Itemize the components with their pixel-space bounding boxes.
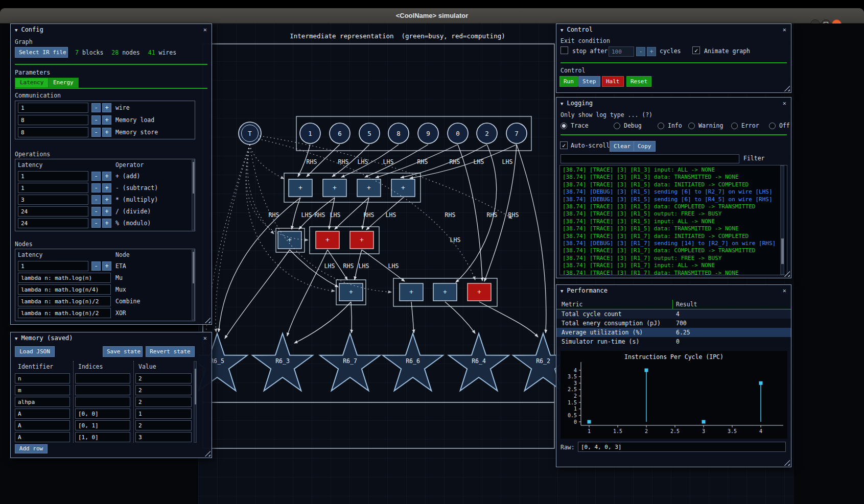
combine-lambda-input[interactable] — [18, 296, 111, 306]
increment-button[interactable]: + — [102, 103, 111, 112]
scrollbar[interactable] — [192, 160, 195, 230]
xor-lambda-input[interactable] — [18, 308, 111, 318]
radio-error[interactable] — [731, 123, 738, 129]
copy-button[interactable]: Copy — [634, 141, 656, 152]
tab-energy[interactable]: Energy — [48, 78, 79, 88]
memory-value-input[interactable] — [135, 432, 192, 442]
memory-id-input[interactable] — [15, 432, 70, 442]
op-divide-latency-input[interactable] — [18, 206, 88, 217]
collapse-icon[interactable]: ▼ — [15, 336, 17, 341]
increment-button[interactable]: + — [102, 115, 111, 125]
log-output[interactable]: [38.74] [TRACE] [3] [R1_3] input: ALL ->… — [559, 165, 787, 275]
memory-load-input[interactable] — [18, 115, 88, 125]
increment-button[interactable]: + — [102, 172, 111, 181]
memory-id-input[interactable] — [15, 373, 70, 383]
autoscroll-checkbox[interactable]: ✓ — [560, 141, 568, 149]
close-icon[interactable]: ✕ — [203, 24, 207, 35]
performance-panel-header[interactable]: ▼Performance ✕ — [556, 285, 791, 296]
op-multiply-latency-input[interactable] — [18, 195, 88, 205]
decrement-button[interactable]: - — [91, 261, 101, 271]
radio-off-label[interactable]: Off — [779, 121, 790, 131]
memory-value-input[interactable] — [135, 420, 192, 430]
mux-lambda-input[interactable] — [18, 284, 111, 295]
decrement-button[interactable]: - — [91, 219, 101, 228]
scrollbar[interactable] — [192, 250, 195, 320]
memory-indices-input[interactable] — [75, 432, 130, 442]
memory-value-input[interactable] — [135, 385, 192, 395]
increment-button[interactable]: + — [102, 219, 111, 228]
memory-indices-input[interactable] — [75, 409, 130, 419]
close-icon[interactable]: ✕ — [783, 285, 786, 296]
radio-warning-label[interactable]: Warning — [698, 121, 723, 131]
increment-button[interactable]: + — [102, 128, 111, 137]
op-add-latency-input[interactable] — [18, 171, 88, 181]
decrement-button[interactable]: - — [91, 115, 101, 125]
increment-button[interactable]: + — [102, 261, 111, 271]
tab-latency[interactable]: Latency — [15, 78, 49, 88]
memory-indices-input[interactable] — [75, 397, 130, 407]
increment-button[interactable]: + — [102, 195, 111, 204]
control-panel-header[interactable]: ▼Control ✕ — [556, 24, 791, 35]
revert-state-button[interactable]: Revert state — [146, 346, 195, 357]
memory-panel-header[interactable]: ▼Memory (saved) ✕ — [11, 332, 212, 344]
decrement-button[interactable]: - — [91, 172, 101, 181]
memory-id-input[interactable] — [15, 420, 70, 430]
memory-indices-input[interactable] — [75, 385, 130, 395]
add-row-button[interactable]: Add row — [15, 444, 48, 453]
memory-value-input[interactable] — [135, 409, 192, 419]
save-state-button[interactable]: Save state — [103, 346, 143, 357]
radio-trace-label[interactable]: Trace — [571, 121, 589, 131]
decrement-button[interactable]: - — [91, 183, 101, 193]
radio-off[interactable] — [769, 123, 776, 129]
radio-info[interactable] — [658, 123, 664, 129]
memory-value-input[interactable] — [135, 397, 192, 407]
clear-button[interactable]: Clear — [610, 141, 635, 152]
select-ir-file-button[interactable]: Select IR file — [15, 47, 68, 58]
decrement-button[interactable]: - — [91, 207, 101, 216]
radio-debug-label[interactable]: Debug — [624, 121, 642, 131]
run-button[interactable]: Run — [559, 76, 578, 87]
memory-id-input[interactable] — [15, 385, 70, 395]
decrement-button[interactable]: - — [91, 103, 101, 112]
log-scrollbar[interactable] — [780, 165, 784, 275]
collapse-icon[interactable]: ▼ — [561, 289, 563, 294]
collapse-icon[interactable]: ▼ — [561, 28, 563, 33]
resize-handle[interactable] — [204, 450, 211, 457]
memory-id-input[interactable] — [15, 409, 70, 419]
titlebar[interactable]: <CoolName> simulator ✕ — [0, 8, 864, 23]
radio-debug[interactable] — [614, 123, 620, 129]
resize-handle[interactable] — [783, 85, 790, 91]
decrement-button[interactable]: - — [91, 128, 101, 137]
decrement-button[interactable]: - — [636, 47, 645, 56]
step-button[interactable]: Step — [578, 76, 600, 87]
raw-values-input[interactable] — [578, 442, 786, 452]
collapse-icon[interactable]: ▼ — [561, 101, 563, 106]
stop-after-checkbox[interactable] — [561, 46, 568, 54]
radio-error-label[interactable]: Error — [741, 121, 759, 131]
reset-button[interactable]: Reset — [626, 76, 651, 87]
mu-lambda-input[interactable] — [18, 273, 111, 283]
load-json-button[interactable]: Load JSON — [15, 346, 55, 357]
logging-panel-header[interactable]: ▼Logging ✕ — [556, 98, 791, 109]
radio-info-label[interactable]: Info — [668, 121, 682, 131]
resize-handle[interactable] — [204, 317, 211, 323]
config-panel-header[interactable]: ▼Config ✕ — [11, 24, 212, 35]
decrement-button[interactable]: - — [91, 195, 101, 204]
filter-input[interactable] — [561, 154, 739, 163]
animate-graph-checkbox[interactable]: ✓ — [692, 46, 700, 54]
memory-id-input[interactable] — [15, 397, 70, 407]
increment-button[interactable]: + — [102, 183, 111, 193]
wire-latency-input[interactable] — [18, 103, 88, 113]
cycles-input[interactable] — [609, 46, 634, 57]
eta-latency-input[interactable] — [18, 261, 88, 271]
memory-store-input[interactable] — [18, 127, 88, 137]
close-icon[interactable]: ✕ — [783, 24, 786, 35]
memory-indices-input[interactable] — [75, 420, 130, 430]
memory-indices-input[interactable] — [75, 373, 130, 383]
radio-warning[interactable] — [688, 123, 695, 129]
increment-button[interactable]: + — [647, 47, 656, 56]
collapse-icon[interactable]: ▼ — [15, 28, 17, 33]
op-subtract-latency-input[interactable] — [18, 183, 88, 193]
close-icon[interactable]: ✕ — [203, 332, 207, 344]
resize-handle[interactable] — [783, 459, 790, 466]
